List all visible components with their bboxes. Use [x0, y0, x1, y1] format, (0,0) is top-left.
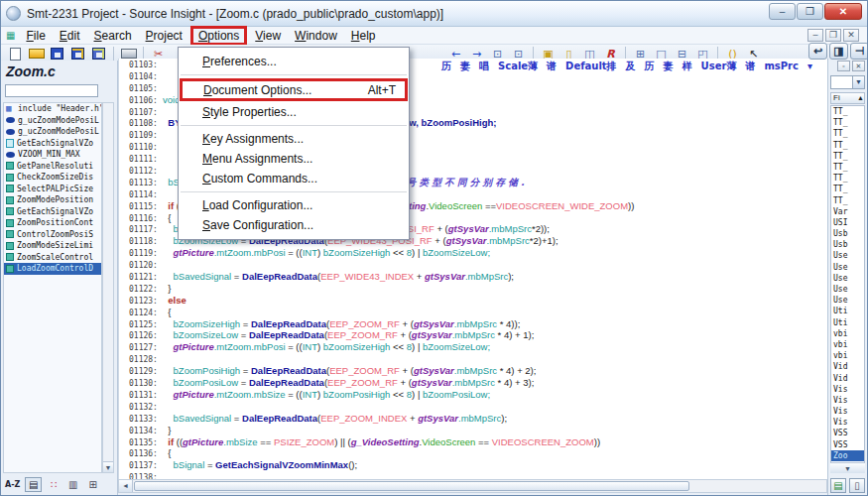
menu-file[interactable]: File [19, 28, 52, 44]
exit-panel-button[interactable]: ⊣ [850, 43, 868, 60]
symbol-item[interactable]: VZOOM_MIN_MAX [4, 149, 101, 161]
menu-item-menu-assignments[interactable]: Menu Assignments... [179, 149, 409, 169]
close-button[interactable]: ✕ [824, 3, 862, 20]
symbol-item[interactable]: GetEachSignalVZo [4, 206, 101, 218]
custom-command-12[interactable]: msPrc [764, 61, 799, 71]
scrollbar-thumb[interactable] [134, 481, 689, 491]
menu-item-document-options[interactable]: Document Options...Alt+T [180, 78, 408, 101]
panel-restore-button[interactable]: ▫ [837, 61, 850, 71]
maximize-button[interactable]: ❐ [797, 3, 823, 20]
file-item[interactable]: Vis [831, 406, 864, 417]
custom-command-8[interactable]: 妻 [664, 60, 674, 73]
symbol-colors-button[interactable]: ∷ [45, 477, 62, 492]
file-item[interactable]: USI [831, 217, 864, 228]
open-file-icon[interactable] [27, 46, 46, 62]
mdi-close-button[interactable]: ✕ [843, 29, 859, 42]
symbol-list-button[interactable]: ▤ [25, 477, 42, 492]
file-item[interactable]: TT_ [831, 128, 864, 139]
custom-command-5[interactable]: Default排 [565, 60, 617, 73]
file-item[interactable]: Vid [831, 373, 864, 384]
symbol-item[interactable]: LoadZoomControlD [4, 263, 101, 275]
menu-item-preferences[interactable]: Preferences... [179, 52, 409, 71]
custom-command-1[interactable]: 妻 [460, 60, 470, 73]
file-item[interactable]: Vis [831, 395, 864, 406]
menu-edit[interactable]: Edit [53, 28, 87, 44]
file-item[interactable]: Zoo [831, 450, 864, 461]
file-item[interactable]: Use [831, 250, 864, 261]
custom-command-7[interactable]: 历 [645, 60, 655, 73]
symbol-item[interactable]: SelectPALPicSize [4, 184, 101, 195]
menu-search[interactable]: Search [87, 28, 139, 44]
symbol-item[interactable]: GetPanelResoluti [4, 161, 101, 173]
minimize-button[interactable]: – [769, 3, 796, 20]
sort-alpha-button[interactable]: A-Z [3, 477, 22, 492]
menu-project[interactable]: Project [139, 28, 189, 44]
file-item[interactable]: TT_ [831, 117, 864, 128]
menu-window[interactable]: Window [288, 28, 344, 44]
horizontal-scrollbar[interactable]: ◄ [118, 479, 827, 493]
symbol-item[interactable]: ▦include "Header.h" [4, 103, 101, 115]
save-icon[interactable] [48, 46, 66, 62]
mdi-minimize-button[interactable]: – [807, 29, 823, 42]
file-item[interactable]: Usb [831, 228, 864, 239]
window-list-button[interactable]: ⊞ [84, 477, 101, 492]
custom-command-9[interactable]: 样 [682, 60, 692, 73]
file-item[interactable]: TT_ [831, 151, 864, 162]
files-header[interactable]: Fi ▲ [830, 92, 865, 104]
symbol-item[interactable]: ZoomModePosition [4, 194, 101, 206]
custom-command-4[interactable]: 谱 [547, 60, 557, 73]
file-item[interactable]: TT_ [831, 195, 864, 206]
custom-command-10[interactable]: User薄 [701, 60, 737, 73]
menu-item-custom-commands[interactable]: Custom Commands... [179, 169, 409, 188]
mdi-restore-button[interactable]: ❐ [825, 29, 841, 42]
file-item[interactable]: Use [831, 295, 864, 306]
menu-item-save-configuration[interactable]: Save Configuration... [179, 215, 409, 235]
menu-item-load-configuration[interactable]: Load Configuration... [179, 195, 409, 215]
symbol-item[interactable]: GetEachSignalVZo [4, 138, 101, 150]
symbol-item[interactable]: ZoomScaleControl [4, 252, 101, 264]
file-item[interactable]: Use [831, 262, 864, 273]
custom-command-0[interactable]: 历 [441, 60, 451, 73]
file-item[interactable]: Vis [831, 384, 864, 395]
file-item[interactable]: vbi [831, 339, 864, 350]
file-item[interactable]: Vis [831, 417, 864, 428]
new-file-icon[interactable] [6, 46, 25, 62]
file-item[interactable]: Use [831, 284, 864, 295]
project-files-icon[interactable]: ▤ [830, 478, 846, 493]
file-item[interactable]: Usb [831, 239, 864, 250]
file-item[interactable]: TT_ [831, 173, 864, 184]
custom-command-3[interactable]: Scale薄 [498, 60, 538, 73]
file-item[interactable]: TT_ [831, 140, 864, 151]
file-item[interactable]: Vid [831, 361, 864, 372]
custom-command-6[interactable]: 及 [626, 60, 636, 73]
panel-close-button[interactable]: ✕ [852, 61, 865, 71]
file-item[interactable]: vbi [831, 350, 864, 361]
toolbar-overflow-icon[interactable]: ▾ [807, 61, 812, 71]
file-item[interactable]: TT_ [831, 162, 864, 173]
symbol-item[interactable]: g_ucZoomModePosiL [4, 115, 101, 127]
symbol-item[interactable]: ZoomModeSizeLimi [4, 240, 101, 252]
symbol-list-scrollbar[interactable]: ▼ [102, 102, 114, 473]
file-item[interactable]: TT_ [831, 106, 864, 117]
files-scroll-down-icon[interactable]: ▼ [830, 462, 865, 473]
save-all-icon[interactable] [68, 46, 87, 62]
file-item[interactable]: Uti [831, 306, 864, 316]
menu-item-style-properties[interactable]: Style Properties... [179, 102, 409, 122]
scroll-up-icon[interactable]: ▲ [857, 93, 864, 103]
combo-dropdown-icon[interactable]: ▼ [852, 76, 864, 88]
symbol-item[interactable]: g_ucZoomModePosiL [4, 126, 101, 138]
browse-project-button[interactable]: ▥ [64, 477, 81, 492]
file-item[interactable]: VSS [831, 428, 864, 438]
file-item[interactable]: Use [831, 273, 864, 284]
menu-view[interactable]: View [248, 28, 288, 44]
symbol-item[interactable]: CheckZoomSizeDis [4, 172, 101, 184]
scroll-left-icon[interactable]: ◄ [119, 480, 133, 492]
save-copy-icon[interactable] [89, 46, 108, 62]
file-item[interactable]: VSS [831, 439, 864, 450]
menu-item-key-assignments[interactable]: Key Assignments... [179, 129, 409, 149]
symbol-item[interactable]: ZoomPositionCont [4, 217, 101, 229]
menu-options[interactable]: Options [190, 26, 247, 46]
menu-help[interactable]: Help [344, 28, 383, 44]
file-item[interactable]: TT_ [831, 184, 864, 194]
custom-command-11[interactable]: 谱 [745, 60, 755, 73]
